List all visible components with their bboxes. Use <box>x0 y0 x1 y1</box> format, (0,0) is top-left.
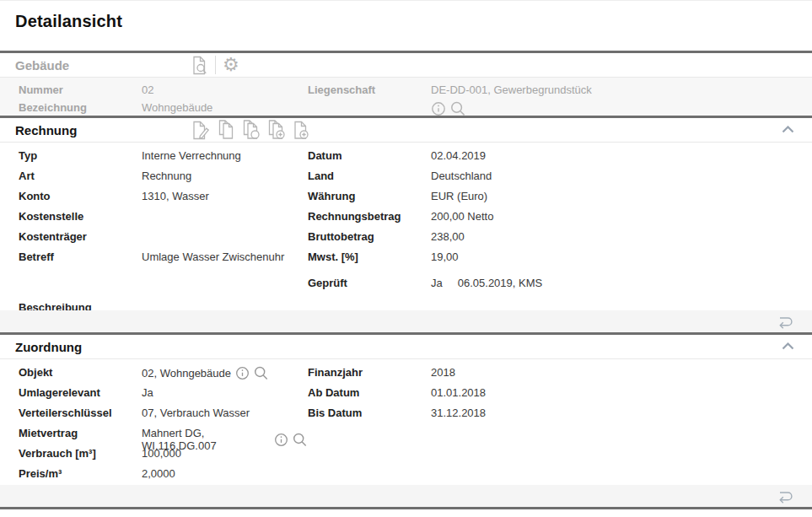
gebaeude-left-column: Nummer 02 Bezeichnung Wohngebäude <box>19 82 308 116</box>
kostentraeger-label: Kostenträger <box>19 230 142 243</box>
nummer-value: 02 <box>142 83 153 96</box>
toolbar-separator <box>215 56 216 74</box>
field-geprueft: Geprüft Ja 06.05.2019, KMS <box>308 274 812 294</box>
document-preview-icon[interactable] <box>191 56 208 75</box>
zuordnung-right-column: Finanzjahr 2018 Ab Datum 01.01.2018 Bis … <box>308 364 812 485</box>
waehrung-label: Währung <box>308 190 431 202</box>
land-value: Deutschland <box>431 170 492 182</box>
land-label: Land <box>308 170 431 182</box>
new-document-plus-icon[interactable] <box>293 120 309 140</box>
waehrung-value: EUR (Euro) <box>431 190 487 202</box>
objekt-value-group: 02, Wohngebäude <box>142 366 269 380</box>
detail-view: Detailansicht Gebäude ⚙ <box>0 0 812 517</box>
geprueft-detail: 06.05.2019, KMS <box>458 277 542 289</box>
liegenschaft-label: Liegenschaft <box>308 83 431 96</box>
liegenschaft-actions <box>308 100 812 116</box>
rechnung-toolbar <box>191 118 309 142</box>
zuordnung-footer <box>0 485 812 507</box>
info-icon[interactable] <box>431 101 446 116</box>
rechnungsbetrag-label: Rechnungsbetrag <box>308 210 431 223</box>
rechnung-section-header: Rechnung <box>0 118 812 142</box>
geprueft-label: Geprüft <box>308 277 431 289</box>
datum-value: 02.04.2019 <box>431 149 486 162</box>
field-ab-datum: Ab Datum 01.01.2018 <box>308 384 812 404</box>
copy-document-icon[interactable] <box>218 120 235 140</box>
mwst-value: 19,00 <box>431 250 459 263</box>
ab-datum-label: Ab Datum <box>308 386 431 399</box>
finanzjahr-value: 2018 <box>431 366 455 379</box>
finanzjahr-label: Finanzjahr <box>308 366 431 379</box>
field-beschreibung: Beschreibung <box>19 299 308 310</box>
nummer-label: Nummer <box>19 83 142 96</box>
geprueft-value-group: Ja 06.05.2019, KMS <box>431 277 542 289</box>
field-finanzjahr: Finanzjahr 2018 <box>308 364 812 384</box>
field-betreff: Betreff Umlage Wasser Zwischenuhr <box>19 248 308 268</box>
collapse-chevron-up-icon[interactable] <box>782 126 794 133</box>
bezeichnung-label: Bezeichnung <box>19 101 142 114</box>
gebaeude-right-column: Liegenschaft DE-DD-001, Gewerbegrundstüc… <box>308 82 812 116</box>
field-bis-datum: Bis Datum 31.12.2018 <box>308 404 812 424</box>
field-kostenstelle: Kostenstelle <box>19 207 308 228</box>
info-icon[interactable] <box>235 366 250 380</box>
rechnung-fields: Typ Interne Verrechnung Art Rechnung Kon… <box>0 142 812 310</box>
mwst-label: Mwst. [%] <box>308 250 431 263</box>
gebaeude-section-header: Gebäude ⚙ <box>0 53 812 77</box>
preis-value: 2,0000 <box>142 467 175 480</box>
datum-label: Datum <box>308 149 431 162</box>
info-icon[interactable] <box>274 433 288 447</box>
field-nummer: Nummer 02 <box>19 82 308 100</box>
field-liegenschaft: Liegenschaft DE-DD-001, Gewerbegrundstüc… <box>308 82 812 100</box>
liegenschaft-action-icons <box>431 101 466 116</box>
beschreibung-label: Beschreibung <box>19 301 142 310</box>
reset-undo-icon[interactable] <box>774 315 795 330</box>
page-header: Detailansicht <box>0 1 812 51</box>
field-rechnungsbetrag: Rechnungsbetrag 200,00 Netto <box>308 207 812 228</box>
gebaeude-section-title: Gebäude <box>15 58 69 73</box>
gebaeude-toolbar: ⚙ <box>191 53 239 77</box>
field-mietvertrag: Mietvertrag Mahnert DG, WI.116.DG.007 <box>19 424 308 444</box>
collapse-chevron-up-icon[interactable] <box>782 342 794 350</box>
konto-label: Konto <box>19 190 142 202</box>
rechnung-footer <box>0 310 812 332</box>
field-umlagerelevant: Umlagerelevant Ja <box>19 384 308 404</box>
field-konto: Konto 1310, Wasser <box>19 187 308 207</box>
rechnung-left-column: Typ Interne Verrechnung Art Rechnung Kon… <box>19 147 308 310</box>
verteilerschluessel-label: Verteilerschlüssel <box>19 407 142 419</box>
copy-document-plus-icon[interactable] <box>267 120 286 140</box>
copy-document-circle-icon[interactable] <box>242 120 261 140</box>
umlagerelevant-label: Umlagerelevant <box>19 386 142 399</box>
rechnungsbetrag-value: 200,00 Netto <box>431 210 493 223</box>
typ-value: Interne Verrechnung <box>142 149 241 162</box>
objekt-value: 02, Wohngebäude <box>142 367 231 380</box>
reset-undo-icon[interactable] <box>774 489 795 504</box>
field-objekt: Objekt 02, Wohngebäude <box>19 364 308 384</box>
edit-document-icon[interactable] <box>191 121 211 140</box>
objekt-label: Objekt <box>19 366 142 379</box>
art-value: Rechnung <box>142 170 191 182</box>
field-land: Land Deutschland <box>308 167 812 187</box>
search-icon[interactable] <box>450 101 466 116</box>
field-bezeichnung: Bezeichnung Wohngebäude <box>19 100 308 116</box>
geprueft-value: Ja <box>431 277 443 289</box>
bis-datum-label: Bis Datum <box>308 407 431 419</box>
rechnung-section-title: Rechnung <box>15 123 77 137</box>
betreff-label: Betreff <box>19 250 142 263</box>
betreff-value: Umlage Wasser Zwischenuhr <box>142 250 284 263</box>
art-label: Art <box>19 170 142 182</box>
gear-icon[interactable]: ⚙ <box>223 56 239 74</box>
bezeichnung-value: Wohngebäude <box>142 101 212 114</box>
search-icon[interactable] <box>254 366 269 380</box>
zuordnung-section: Zuordnung Objekt 02, Wohngebäude <box>0 335 812 507</box>
verbrauch-value: 100,000 <box>142 447 181 460</box>
field-preis: Preis/m³ 2,0000 <box>19 465 308 485</box>
ab-datum-value: 01.01.2018 <box>431 386 486 399</box>
rechnung-section: Rechnung <box>0 118 812 332</box>
search-icon[interactable] <box>293 433 308 447</box>
rechnung-right-column: Datum 02.04.2019 Land Deutschland Währun… <box>308 147 812 310</box>
verteilerschluessel-value: 07, Verbrauch Wasser <box>142 407 250 419</box>
field-verteilerschluessel: Verteilerschlüssel 07, Verbrauch Wasser <box>19 404 308 424</box>
row-spacer <box>19 268 308 299</box>
liegenschaft-value: DE-DD-001, Gewerbegrundstück <box>431 83 592 96</box>
field-kostentraeger: Kostenträger <box>19 228 308 248</box>
preis-label: Preis/m³ <box>19 467 142 480</box>
